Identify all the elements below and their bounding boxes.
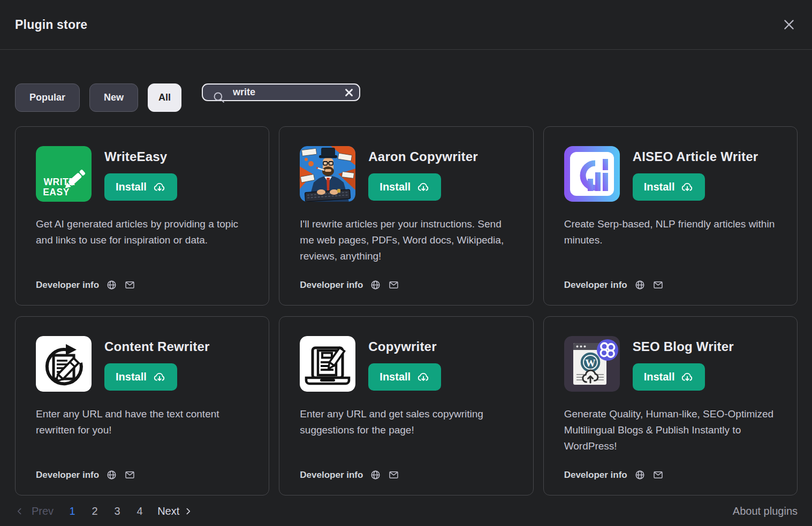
globe-icon[interactable] — [106, 469, 117, 481]
cloud-download-icon — [681, 181, 694, 194]
plugin-title: SEO Blog Writer — [633, 339, 734, 354]
plugin-title: Aaron Copywriter — [368, 149, 478, 164]
close-button[interactable] — [781, 17, 796, 32]
plugin-description: I'll rewrite articles per your instructi… — [300, 216, 513, 264]
plugin-title: WriteEasy — [104, 149, 177, 164]
cloud-download-icon — [417, 181, 430, 194]
developer-info-label: Developer info — [36, 280, 99, 291]
close-icon — [782, 18, 796, 32]
install-button[interactable]: Install — [368, 173, 441, 201]
pagination: Prev 1234 Next — [15, 505, 193, 517]
cloud-download-icon — [417, 371, 430, 384]
plugin-description: Get AI generated articles by providing a… — [36, 216, 249, 248]
about-plugins-link[interactable]: About plugins — [733, 505, 798, 517]
mail-icon[interactable] — [388, 469, 399, 481]
page-button-2[interactable]: 2 — [91, 505, 98, 517]
mail-icon[interactable] — [652, 279, 664, 291]
plugin-card: Content Rewriter Install Enter any URL a… — [15, 316, 269, 495]
page-button-1[interactable]: 1 — [69, 505, 76, 517]
developer-info-label: Developer info — [564, 280, 627, 291]
aiseo-logo — [564, 146, 620, 202]
plugin-card: WRITE EASY WriteEasy Install Get AI gene… — [15, 126, 269, 306]
copywriter-logo — [300, 336, 355, 392]
mail-icon[interactable] — [124, 469, 135, 481]
install-button[interactable]: Install — [633, 363, 705, 391]
clear-x-icon — [343, 87, 355, 98]
search-icon — [212, 90, 226, 104]
plugin-card: Copywriter Install Enter any URL and get… — [279, 316, 533, 495]
dialog-header: Plugin store — [0, 0, 812, 50]
content-rewriter-logo — [36, 336, 92, 392]
next-page-button[interactable]: Next — [157, 505, 179, 517]
filter-button-new[interactable]: New — [89, 83, 138, 112]
chevron-right-icon — [184, 507, 193, 516]
globe-icon[interactable] — [106, 279, 117, 291]
mail-icon[interactable] — [388, 279, 399, 291]
plugin-description: Generate Quality, Human-like, SEO-Optimi… — [564, 406, 778, 454]
install-button[interactable]: Install — [633, 173, 705, 201]
svg-text:EASY: EASY — [43, 187, 70, 197]
install-button[interactable]: Install — [368, 363, 441, 391]
seo-blog-writer-logo: W — [564, 336, 620, 392]
cloud-download-icon — [153, 181, 166, 194]
install-button[interactable]: Install — [104, 173, 177, 201]
plugin-card: W SEO Blog Writer Install — [543, 316, 798, 495]
developer-info-label: Developer info — [300, 280, 363, 291]
cloud-download-icon — [153, 371, 166, 384]
search-input[interactable] — [233, 85, 335, 100]
filter-button-all[interactable]: All — [148, 83, 181, 112]
plugin-description: Enter any URL and get sales copywriting … — [300, 406, 513, 438]
footer-bar: Prev 1234 Next About plugins — [15, 496, 798, 526]
svg-text:W: W — [585, 357, 595, 369]
developer-info-label: Developer info — [564, 470, 627, 481]
plugin-card: AISEO Article Writer Install Create Serp… — [543, 126, 798, 306]
search-box — [202, 83, 360, 101]
mail-icon[interactable] — [124, 279, 135, 291]
filter-toolbar: PopularNewAll — [15, 83, 360, 112]
plugin-title: Copywriter — [368, 339, 441, 354]
clear-search-button[interactable] — [343, 87, 355, 98]
plugin-card: Aaron Copywriter Install I'll rewrite ar… — [279, 126, 533, 306]
aaron-copywriter-logo — [300, 146, 355, 202]
plugin-title: Content Rewriter — [104, 339, 210, 354]
cloud-download-icon — [681, 371, 694, 384]
mail-icon[interactable] — [652, 469, 664, 481]
developer-info-label: Developer info — [36, 470, 99, 481]
chevron-left-icon — [15, 507, 24, 516]
globe-icon[interactable] — [370, 469, 381, 481]
globe-icon[interactable] — [370, 279, 381, 291]
install-button[interactable]: Install — [104, 363, 177, 391]
plugin-grid: WRITE EASY WriteEasy Install Get AI gene… — [15, 126, 798, 495]
globe-icon[interactable] — [634, 279, 646, 291]
prev-page-button[interactable]: Prev — [32, 505, 54, 517]
plugin-title: AISEO Article Writer — [633, 149, 758, 164]
writeeasy-logo: WRITE EASY — [36, 146, 92, 202]
page-button-4[interactable]: 4 — [136, 505, 143, 517]
filter-button-popular[interactable]: Popular — [15, 83, 80, 112]
page-title: Plugin store — [15, 18, 87, 32]
plugin-description: Create Serp-based, NLP friendly articles… — [564, 216, 778, 248]
page-button-3[interactable]: 3 — [113, 505, 121, 517]
globe-icon[interactable] — [634, 469, 646, 481]
developer-info-label: Developer info — [300, 470, 363, 481]
plugin-description: Enter any URL and have the text content … — [36, 406, 249, 438]
